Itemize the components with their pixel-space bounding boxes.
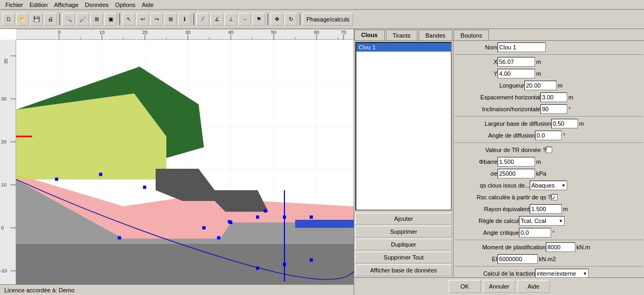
flag-button[interactable]: ⚑ (252, 13, 265, 26)
tab-bandes[interactable]: Bandes (419, 30, 452, 40)
annuler-button[interactable]: Annuler (483, 280, 515, 293)
sigma-row: σe 25000 kPa (455, 168, 643, 179)
svg-text:0: 0 (58, 30, 61, 35)
regle-select[interactable]: Tcal, Ccal (519, 216, 565, 226)
zoom-in-button[interactable]: 🔍 (62, 13, 75, 26)
menu-options[interactable]: Options (112, 2, 138, 8)
ei-label: EI (455, 256, 497, 262)
svg-text:30: 30 (185, 30, 191, 35)
svg-rect-52 (202, 226, 206, 229)
angle-diff-value[interactable]: 0.0 (535, 131, 562, 140)
ei-unit: kN.m2 (539, 256, 556, 262)
main-area: 0 10 20 30 40 50 60 70 (0, 29, 644, 295)
espacement-value[interactable]: 3.00 (540, 92, 567, 102)
rsc-checkbox[interactable] (551, 194, 558, 200)
angle-crit-value[interactable]: 0.0 (519, 228, 551, 238)
menu-affichage[interactable]: Affichage (51, 2, 82, 8)
list-props-area: Clou 1 Ajouter Supprimer Dupliquer Suppr… (354, 41, 644, 277)
ei-value[interactable]: 6000000 (497, 254, 538, 264)
traction-row: Calcul de la traction interne/externe (455, 268, 643, 277)
undo-button[interactable]: ↩ (136, 13, 149, 26)
status-text: Licence accordée à: Demo (4, 287, 75, 293)
info-button[interactable]: ℹ (178, 13, 191, 26)
supprimer-button[interactable]: Supprimer (355, 226, 452, 238)
svg-rect-56 (55, 178, 58, 181)
save-button[interactable]: 💾 (30, 13, 43, 26)
redo-button[interactable]: ↪ (150, 13, 163, 26)
svg-text:20: 20 (142, 30, 148, 35)
zoom-out-button[interactable]: 🔎 (76, 13, 89, 26)
menu-donnees[interactable]: Données (82, 2, 112, 8)
traction-select[interactable]: interne/externe (535, 269, 589, 277)
move-button[interactable]: ✥ (270, 13, 283, 26)
properties-section: Nom Clou 1 X 56.07 m Y 4.00 m (453, 41, 644, 277)
tab-clous[interactable]: Clous (354, 30, 385, 40)
afficher-bd-button[interactable]: Afficher base de données (355, 264, 452, 276)
draw-line-button[interactable]: ∕ (196, 13, 209, 26)
phi-unit: m (536, 159, 541, 165)
tab-boutons[interactable]: Boutons (453, 30, 489, 40)
angle-crit-row: Angle critique 0.0 ° (455, 227, 643, 238)
supprimer-tout-button[interactable]: Supprimer Tout (355, 251, 452, 263)
clou-list[interactable]: Clou 1 (355, 42, 452, 211)
x-unit: m (536, 59, 541, 65)
svg-text:70: 70 (341, 30, 346, 35)
espacement-label: Espacement horizontal (455, 94, 540, 100)
ok-button[interactable]: OK (449, 280, 481, 293)
arrow-button[interactable]: → (238, 13, 251, 26)
svg-rect-54 (283, 263, 286, 266)
largeur-row: Largeur base de diffusion 0.50 m (455, 118, 643, 129)
valeur-tr-row: Valeur de TR donnée ? (455, 145, 643, 155)
sigma-value[interactable]: 25000 (497, 169, 535, 178)
select-button[interactable]: ↖ (122, 13, 135, 26)
tab-tirants[interactable]: Tirants (386, 30, 418, 40)
measure-button[interactable]: ⊥ (224, 13, 237, 26)
list-item[interactable]: Clou 1 (356, 43, 451, 52)
phi-value[interactable]: 1.500 (497, 157, 535, 167)
menu-edition[interactable]: Edition (26, 2, 51, 8)
phasage-button[interactable]: Phasage/calculs (303, 13, 353, 26)
phi-row: Φbarre 1.500 m (455, 156, 643, 167)
inclinaison-unit: ° (568, 106, 570, 112)
right-panel: Clous Tirants Bandes Boutons Clou 1 Ajou… (354, 29, 644, 295)
svg-text:60: 60 (314, 30, 319, 35)
sep-incl (455, 116, 643, 117)
longueur-value[interactable]: 20.00 (524, 81, 557, 90)
print-button[interactable]: 🖨 (44, 13, 57, 26)
menu-aide[interactable]: Aide (138, 2, 157, 8)
svg-rect-57 (99, 173, 102, 176)
moment-value[interactable]: 8000 (546, 242, 575, 252)
dupliquer-button[interactable]: Dupliquer (355, 239, 452, 250)
y-value[interactable]: 4.00 (497, 69, 535, 78)
inclinaison-label: Inclinaison/horizontale (455, 106, 540, 112)
valeur-tr-checkbox[interactable] (546, 147, 552, 153)
svg-rect-48 (283, 215, 286, 219)
inclinaison-value[interactable]: 90 (540, 104, 567, 114)
largeur-unit: m (579, 120, 584, 127)
draw-angle-button[interactable]: ∠ (210, 13, 223, 26)
sigma-label: σe (455, 170, 497, 177)
x-value[interactable]: 56.07 (497, 57, 535, 67)
menu-fichier[interactable]: Fichier (2, 2, 26, 8)
largeur-value[interactable]: 0.50 (551, 119, 578, 128)
rayon-value[interactable]: 1.500 (530, 204, 562, 214)
longueur-row: Longueur 20.00 m (455, 80, 643, 91)
nom-row: Nom Clou 1 (455, 42, 643, 53)
sep-crit (455, 240, 643, 240)
svg-rect-53 (310, 258, 313, 262)
grid-button[interactable]: ⊞ (164, 13, 177, 26)
rotate-button[interactable]: ↻ (284, 13, 297, 26)
aide-button[interactable]: Aide (517, 280, 550, 293)
open-button[interactable]: 📂 (16, 13, 29, 26)
ajouter-button[interactable]: Ajouter (355, 213, 452, 225)
drawing-canvas[interactable] (16, 40, 354, 284)
new-button[interactable]: 🗋 (2, 13, 15, 26)
qs-select[interactable]: Abaques (530, 181, 567, 190)
espacement-unit: m (568, 94, 573, 100)
nom-value[interactable]: Clou 1 (497, 42, 546, 52)
zoom-window-button[interactable]: ▣ (104, 13, 117, 26)
x-label: X (455, 59, 497, 65)
rsc-label: Rsc calculée à partir de qs ? (455, 194, 551, 200)
zoom-fit-button[interactable]: ⊞ (90, 13, 103, 26)
angle-crit-unit: ° (552, 229, 554, 236)
